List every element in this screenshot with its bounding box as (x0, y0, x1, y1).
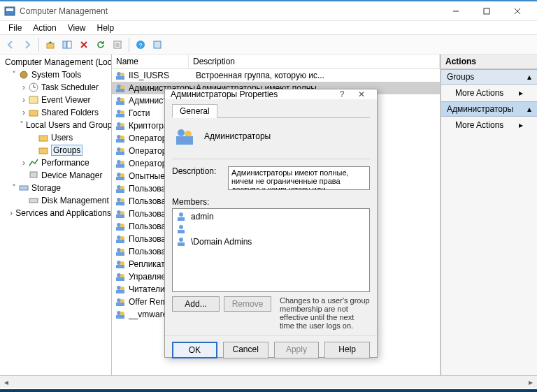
svg-rect-88 (116, 303, 124, 306)
actions-section-groups[interactable]: Groups▴ (441, 69, 537, 85)
svg-rect-27 (39, 148, 48, 154)
scroll-right-icon[interactable]: ▸ (524, 377, 537, 388)
group-icon (115, 170, 126, 182)
group-icon (115, 309, 126, 320)
window-title: Computer Management (20, 6, 441, 16)
member-row[interactable] (174, 223, 368, 235)
remove-button[interactable]: Remove (224, 296, 271, 312)
up-button[interactable] (43, 37, 58, 52)
ok-button[interactable]: OK (172, 342, 217, 358)
cancel-button[interactable]: Cancel (223, 342, 268, 358)
tree-system-tools[interactable]: ˅System Tools (0, 68, 111, 81)
actions-more-1[interactable]: More Actions▸ (441, 85, 537, 101)
svg-rect-23 (29, 96, 38, 103)
forward-button[interactable] (20, 37, 35, 52)
help-button[interactable]: ? (133, 37, 148, 52)
add-button[interactable]: Add... (172, 296, 220, 312)
group-icon (173, 125, 196, 147)
group-icon (115, 284, 126, 295)
apply-button[interactable]: Apply (274, 342, 320, 358)
svg-rect-17 (154, 41, 161, 48)
tree-users[interactable]: Users (0, 131, 111, 144)
svg-point-97 (179, 225, 183, 229)
maximize-button[interactable] (471, 2, 502, 20)
tree-root[interactable]: Computer Management (Local (0, 56, 111, 68)
svg-point-65 (117, 210, 121, 215)
export-list-button[interactable] (110, 37, 125, 52)
minimize-button[interactable] (441, 2, 471, 20)
description-input[interactable]: Администраторы имеют полные, ничем не ог… (228, 166, 370, 190)
svg-point-56 (117, 173, 121, 177)
svg-rect-1 (6, 8, 13, 11)
tree-disk-management[interactable]: Disk Management (0, 194, 111, 207)
tree-groups[interactable]: Groups (0, 144, 111, 157)
svg-point-86 (117, 298, 121, 303)
close-button[interactable] (502, 2, 533, 20)
group-icon (115, 145, 126, 157)
group-icon (115, 183, 126, 194)
tree-local-users-groups[interactable]: ˅Local Users and Groups (0, 119, 111, 131)
svg-rect-30 (29, 198, 38, 203)
actions-section-selected[interactable]: Администраторы▴ (441, 101, 537, 117)
svg-point-59 (117, 185, 121, 189)
members-list[interactable]: admin\Domain Admins (172, 208, 370, 292)
menu-view[interactable]: View (64, 22, 90, 34)
tree-storage[interactable]: ˅Storage (0, 182, 111, 194)
svg-point-68 (117, 223, 121, 227)
tree-shared-folders[interactable]: ›Shared Folders (0, 106, 111, 119)
svg-rect-96 (178, 217, 185, 221)
group-icon (115, 120, 126, 131)
member-name: admin (191, 212, 214, 222)
group-icon (115, 259, 126, 270)
svg-rect-82 (116, 277, 124, 281)
tree-performance[interactable]: ›Performance (0, 157, 111, 169)
menu-file[interactable]: File (4, 22, 26, 34)
actions-more-2[interactable]: More Actions▸ (441, 117, 537, 133)
dialog-help-bottom-button[interactable]: Help (324, 342, 370, 358)
scroll-left-icon[interactable]: ◂ (0, 377, 13, 388)
svg-rect-94 (176, 136, 193, 145)
svg-point-31 (13, 213, 13, 214)
group-icon (115, 108, 126, 119)
window-titlebar: Computer Management (0, 1, 537, 21)
tree-task-scheduler[interactable]: ›Task Scheduler (0, 81, 111, 94)
svg-point-83 (117, 286, 121, 290)
svg-text:?: ? (138, 42, 142, 49)
member-row[interactable]: admin (174, 210, 368, 223)
properties-dialog: Администраторы Properties ? ✕ General Ад… (164, 89, 378, 358)
taskbar-edge (0, 389, 537, 392)
svg-point-99 (179, 238, 183, 242)
svg-rect-34 (116, 76, 124, 80)
menu-help[interactable]: Help (93, 22, 119, 34)
horizontal-scrollbar[interactable]: ◂ ▸ (0, 375, 537, 388)
tree-device-manager[interactable]: Device Manager (0, 169, 111, 182)
show-hide-tree-button[interactable] (59, 37, 75, 52)
svg-rect-85 (116, 290, 124, 293)
group-icon (115, 82, 126, 94)
delete-button[interactable] (76, 37, 92, 52)
refresh-button[interactable] (93, 37, 108, 52)
list-row[interactable]: IIS_IUSRSВстроенная группа, которую ис..… (112, 69, 440, 82)
row-desc: Встроенная группа, которую ис... (196, 71, 440, 80)
back-button[interactable] (3, 37, 18, 52)
menu-action[interactable]: Action (29, 22, 60, 34)
column-name[interactable]: Name (112, 55, 189, 68)
svg-point-50 (117, 147, 121, 152)
user-icon (176, 224, 187, 235)
console-tree[interactable]: Computer Management (Local ˅System Tools… (0, 55, 112, 375)
dialog-title: Администраторы Properties (171, 89, 332, 99)
dialog-help-button[interactable]: ? (332, 89, 352, 99)
svg-rect-76 (116, 252, 124, 256)
member-row[interactable]: \Domain Admins (174, 235, 368, 248)
column-description[interactable]: Description (189, 55, 440, 68)
tree-event-viewer[interactable]: ›Event Viewer (0, 94, 111, 106)
properties-button[interactable] (150, 37, 165, 52)
svg-point-47 (117, 135, 121, 139)
group-icon (115, 271, 126, 282)
svg-rect-26 (39, 136, 48, 141)
tree-services-apps[interactable]: ›Services and Applications (0, 207, 111, 219)
dialog-close-button[interactable]: ✕ (352, 89, 371, 99)
group-icon (115, 208, 126, 219)
tab-general[interactable]: General (172, 104, 217, 118)
group-icon (115, 133, 126, 144)
